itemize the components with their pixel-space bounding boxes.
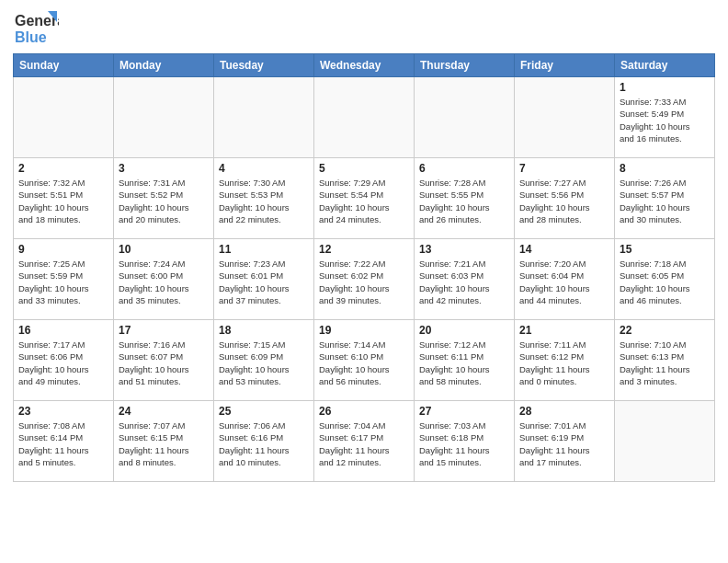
day-number: 4 [219, 162, 309, 175]
day-info: Sunrise: 7:18 AM Sunset: 6:05 PM Dayligh… [620, 258, 710, 306]
day-info: Sunrise: 7:29 AM Sunset: 5:54 PM Dayligh… [319, 177, 409, 225]
day-cell: 18Sunrise: 7:15 AM Sunset: 6:09 PM Dayli… [214, 320, 314, 401]
day-number: 10 [119, 243, 209, 256]
day-cell [14, 77, 114, 158]
day-cell: 7Sunrise: 7:27 AM Sunset: 5:56 PM Daylig… [515, 158, 615, 239]
day-cell: 9Sunrise: 7:25 AM Sunset: 5:59 PM Daylig… [14, 239, 114, 320]
day-cell: 11Sunrise: 7:23 AM Sunset: 6:01 PM Dayli… [214, 239, 314, 320]
day-cell: 14Sunrise: 7:20 AM Sunset: 6:04 PM Dayli… [515, 239, 615, 320]
day-number: 27 [419, 405, 509, 418]
day-info: Sunrise: 7:31 AM Sunset: 5:52 PM Dayligh… [119, 177, 209, 225]
logo-svg: GeneralBlue [13, 9, 59, 46]
logo-area: GeneralBlue [13, 9, 59, 46]
day-info: Sunrise: 7:12 AM Sunset: 6:11 PM Dayligh… [419, 339, 509, 387]
day-cell [314, 77, 415, 158]
day-header-friday: Friday [515, 54, 615, 77]
day-number: 15 [620, 243, 710, 256]
day-header-monday: Monday [114, 54, 214, 77]
day-cell [214, 77, 314, 158]
day-cell: 12Sunrise: 7:22 AM Sunset: 6:02 PM Dayli… [314, 239, 415, 320]
week-row-3: 9Sunrise: 7:25 AM Sunset: 5:59 PM Daylig… [14, 239, 715, 320]
day-cell: 2Sunrise: 7:32 AM Sunset: 5:51 PM Daylig… [14, 158, 114, 239]
day-number: 25 [219, 405, 309, 418]
day-info: Sunrise: 7:25 AM Sunset: 5:59 PM Dayligh… [18, 258, 108, 306]
day-number: 1 [620, 81, 710, 94]
day-info: Sunrise: 7:14 AM Sunset: 6:10 PM Dayligh… [319, 339, 409, 387]
day-number: 13 [419, 243, 509, 256]
day-cell: 10Sunrise: 7:24 AM Sunset: 6:00 PM Dayli… [114, 239, 214, 320]
day-info: Sunrise: 7:07 AM Sunset: 6:15 PM Dayligh… [119, 419, 209, 468]
day-number: 11 [219, 243, 309, 256]
day-header-tuesday: Tuesday [214, 54, 314, 77]
day-number: 24 [119, 405, 209, 418]
day-info: Sunrise: 7:16 AM Sunset: 6:07 PM Dayligh… [119, 339, 209, 387]
day-cell: 28Sunrise: 7:01 AM Sunset: 6:19 PM Dayli… [515, 401, 615, 482]
day-cell: 8Sunrise: 7:26 AM Sunset: 5:57 PM Daylig… [615, 158, 715, 239]
week-row-5: 23Sunrise: 7:08 AM Sunset: 6:14 PM Dayli… [14, 401, 715, 482]
day-number: 28 [519, 405, 609, 418]
day-number: 8 [620, 162, 710, 175]
day-cell: 6Sunrise: 7:28 AM Sunset: 5:55 PM Daylig… [415, 158, 515, 239]
day-info: Sunrise: 7:21 AM Sunset: 6:03 PM Dayligh… [419, 258, 509, 306]
day-cell: 25Sunrise: 7:06 AM Sunset: 6:16 PM Dayli… [214, 401, 314, 482]
day-info: Sunrise: 7:06 AM Sunset: 6:16 PM Dayligh… [219, 419, 309, 468]
day-cell: 1Sunrise: 7:33 AM Sunset: 5:49 PM Daylig… [615, 77, 715, 158]
day-header-saturday: Saturday [615, 54, 715, 77]
day-number: 19 [319, 324, 409, 337]
svg-text:Blue: Blue [15, 29, 47, 45]
day-info: Sunrise: 7:27 AM Sunset: 5:56 PM Dayligh… [519, 177, 609, 225]
day-cell: 20Sunrise: 7:12 AM Sunset: 6:11 PM Dayli… [415, 320, 515, 401]
day-info: Sunrise: 7:32 AM Sunset: 5:51 PM Dayligh… [18, 177, 108, 225]
day-info: Sunrise: 7:20 AM Sunset: 6:04 PM Dayligh… [519, 258, 609, 306]
day-cell: 17Sunrise: 7:16 AM Sunset: 6:07 PM Dayli… [114, 320, 214, 401]
day-number: 6 [419, 162, 509, 175]
day-cell: 4Sunrise: 7:30 AM Sunset: 5:53 PM Daylig… [214, 158, 314, 239]
day-info: Sunrise: 7:10 AM Sunset: 6:13 PM Dayligh… [620, 339, 710, 387]
day-info: Sunrise: 7:04 AM Sunset: 6:17 PM Dayligh… [319, 419, 409, 468]
day-number: 14 [519, 243, 609, 256]
day-header-thursday: Thursday [415, 54, 515, 77]
day-info: Sunrise: 7:03 AM Sunset: 6:18 PM Dayligh… [419, 419, 509, 468]
day-cell: 22Sunrise: 7:10 AM Sunset: 6:13 PM Dayli… [615, 320, 715, 401]
logo: GeneralBlue [13, 9, 59, 46]
day-number: 9 [18, 243, 108, 256]
day-number: 3 [119, 162, 209, 175]
week-row-1: 1Sunrise: 7:33 AM Sunset: 5:49 PM Daylig… [14, 77, 715, 158]
day-cell [415, 77, 515, 158]
day-info: Sunrise: 7:24 AM Sunset: 6:00 PM Dayligh… [119, 258, 209, 306]
day-number: 20 [419, 324, 509, 337]
day-number: 26 [319, 405, 409, 418]
day-cell [615, 401, 715, 482]
day-number: 12 [319, 243, 409, 256]
day-info: Sunrise: 7:11 AM Sunset: 6:12 PM Dayligh… [519, 339, 609, 387]
day-header-wednesday: Wednesday [314, 54, 415, 77]
day-header-sunday: Sunday [14, 54, 114, 77]
page: GeneralBlue SundayMondayTuesdayWednesday… [0, 0, 728, 491]
header-row: SundayMondayTuesdayWednesdayThursdayFrid… [14, 54, 715, 77]
day-cell: 19Sunrise: 7:14 AM Sunset: 6:10 PM Dayli… [314, 320, 415, 401]
day-cell: 23Sunrise: 7:08 AM Sunset: 6:14 PM Dayli… [14, 401, 114, 482]
day-cell: 27Sunrise: 7:03 AM Sunset: 6:18 PM Dayli… [415, 401, 515, 482]
day-cell: 15Sunrise: 7:18 AM Sunset: 6:05 PM Dayli… [615, 239, 715, 320]
day-info: Sunrise: 7:17 AM Sunset: 6:06 PM Dayligh… [18, 339, 108, 387]
day-number: 22 [620, 324, 710, 337]
day-number: 21 [519, 324, 609, 337]
day-info: Sunrise: 7:15 AM Sunset: 6:09 PM Dayligh… [219, 339, 309, 387]
day-number: 17 [119, 324, 209, 337]
day-number: 23 [18, 405, 108, 418]
week-row-4: 16Sunrise: 7:17 AM Sunset: 6:06 PM Dayli… [14, 320, 715, 401]
day-info: Sunrise: 7:08 AM Sunset: 6:14 PM Dayligh… [18, 419, 108, 468]
day-number: 2 [18, 162, 108, 175]
header: GeneralBlue [13, 9, 715, 46]
calendar-table: SundayMondayTuesdayWednesdayThursdayFrid… [13, 53, 715, 482]
day-info: Sunrise: 7:28 AM Sunset: 5:55 PM Dayligh… [419, 177, 509, 225]
day-cell: 26Sunrise: 7:04 AM Sunset: 6:17 PM Dayli… [314, 401, 415, 482]
day-number: 16 [18, 324, 108, 337]
day-cell [515, 77, 615, 158]
day-number: 5 [319, 162, 409, 175]
day-number: 7 [519, 162, 609, 175]
day-cell: 3Sunrise: 7:31 AM Sunset: 5:52 PM Daylig… [114, 158, 214, 239]
day-cell: 21Sunrise: 7:11 AM Sunset: 6:12 PM Dayli… [515, 320, 615, 401]
day-info: Sunrise: 7:30 AM Sunset: 5:53 PM Dayligh… [219, 177, 309, 225]
week-row-2: 2Sunrise: 7:32 AM Sunset: 5:51 PM Daylig… [14, 158, 715, 239]
